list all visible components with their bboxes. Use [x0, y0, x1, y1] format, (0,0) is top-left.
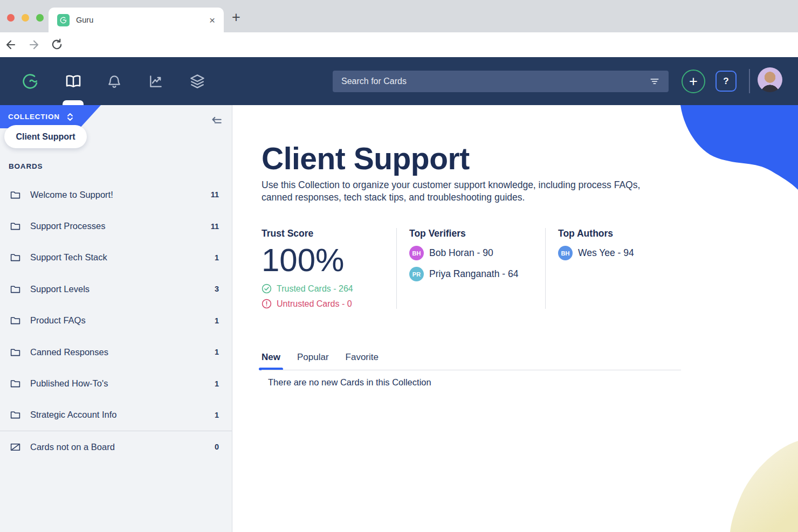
top-verifiers-heading: Top Verifiers	[409, 228, 545, 239]
tab-title: Guru	[76, 16, 203, 24]
board-item[interactable]: Strategic Account Info 1	[0, 399, 232, 431]
board-count: 0	[215, 443, 219, 451]
folder-icon	[10, 220, 21, 232]
card-list-tabs: New Popular Favorite	[262, 352, 379, 363]
back-icon[interactable]	[4, 38, 17, 51]
active-nav-indicator	[63, 100, 84, 105]
search-placeholder: Search for Cards	[341, 77, 644, 86]
board-label: Support Tech Stack	[30, 252, 205, 262]
zoom-window-button[interactable]	[36, 14, 44, 22]
folder-icon	[10, 347, 21, 358]
folder-icon	[10, 189, 21, 201]
verifier-row[interactable]: BH Bob Horan - 90	[409, 246, 545, 260]
trust-score-value: 100%	[262, 241, 396, 279]
verifier-row[interactable]: PR Priya Ranganath - 64	[409, 267, 545, 281]
reload-icon[interactable]	[51, 38, 64, 51]
search-input[interactable]: Search for Cards	[333, 71, 669, 92]
analytics-chart-icon[interactable]	[148, 73, 164, 89]
board-item[interactable]: Product FAQs 1	[0, 305, 232, 336]
board-label: Welcome to Support!	[30, 190, 202, 200]
folder-icon	[10, 284, 21, 295]
minimize-window-button[interactable]	[22, 14, 29, 22]
board-count: 1	[215, 348, 219, 356]
browser-tab[interactable]: Guru ×	[49, 8, 224, 32]
board-count: 1	[215, 253, 219, 262]
page-title: Client Support	[262, 141, 470, 176]
board-item[interactable]: Support Levels 3	[0, 273, 232, 305]
collection-stats: Trust Score 100% Trusted Cards - 264 Unt…	[262, 228, 675, 309]
board-label: Support Processes	[30, 221, 202, 231]
tab-popular[interactable]: Popular	[297, 352, 329, 363]
chevron-updown-icon	[66, 113, 74, 121]
board-label: Cards not on a Board	[30, 442, 205, 452]
board-count: 1	[215, 316, 219, 325]
collapse-sidebar-icon[interactable]	[209, 114, 223, 128]
board-item[interactable]: Canned Responses 1	[0, 336, 232, 368]
board-label: Published How-To's	[30, 378, 205, 389]
no-board-icon	[10, 441, 21, 453]
search-filter-icon[interactable]	[649, 76, 660, 87]
top-authors-heading: Top Authors	[558, 228, 675, 239]
author-avatar: BH	[558, 246, 573, 260]
forward-icon[interactable]	[27, 38, 40, 51]
board-label: Support Levels	[30, 284, 205, 294]
board-label: Strategic Account Info	[30, 410, 205, 420]
cards-not-on-board-item[interactable]: Cards not on a Board 0	[0, 431, 232, 462]
create-card-button[interactable]: +	[682, 70, 705, 93]
notifications-bell-icon[interactable]	[107, 73, 122, 89]
new-tab-button[interactable]: +	[232, 9, 240, 26]
board-item[interactable]: Support Processes 11	[0, 210, 232, 241]
verifier-label: Bob Horan - 90	[429, 247, 493, 259]
board-count: 3	[215, 285, 219, 293]
decorative-cream-blob	[723, 437, 798, 532]
close-window-button[interactable]	[7, 14, 15, 22]
guru-favicon-icon	[57, 14, 70, 26]
untrusted-cards-line[interactable]: Untrusted Cards - 0	[262, 299, 396, 309]
board-count: 1	[215, 411, 219, 419]
check-circle-icon	[262, 284, 272, 294]
author-label: Wes Yee - 94	[578, 247, 634, 259]
board-label: Product FAQs	[30, 315, 205, 326]
board-count: 11	[211, 222, 219, 231]
browser-window: Guru × + app.getguru.com/collections	[0, 0, 798, 532]
collections-layers-icon[interactable]	[189, 73, 206, 89]
alert-circle-icon	[262, 299, 272, 309]
folder-icon	[10, 378, 21, 389]
app-nav-bar: Search for Cards + ?	[0, 57, 798, 105]
top-authors-section: Top Authors BH Wes Yee - 94	[545, 228, 675, 309]
trust-score-section: Trust Score 100% Trusted Cards - 264 Unt…	[262, 228, 396, 309]
tab-new[interactable]: New	[262, 352, 280, 363]
folder-icon	[10, 315, 21, 326]
board-item[interactable]: Support Tech Stack 1	[0, 242, 232, 273]
user-avatar[interactable]	[758, 67, 782, 92]
board-label: Canned Responses	[30, 347, 205, 357]
board-item[interactable]: Published How-To's 1	[0, 368, 232, 399]
collection-main: Client Support Use this Collection to or…	[233, 105, 798, 532]
top-verifiers-section: Top Verifiers BH Bob Horan - 90 PR Priya…	[396, 228, 545, 309]
window-controls	[7, 14, 44, 22]
boards-section-label: BOARDS	[9, 162, 43, 170]
trusted-cards-label: Trusted Cards - 264	[277, 284, 353, 294]
untrusted-cards-label: Untrusted Cards - 0	[277, 299, 352, 309]
guru-logo-icon[interactable]	[20, 72, 40, 91]
page-description: Use this Collection to organize your cus…	[262, 179, 672, 204]
board-item[interactable]: Welcome to Support! 11	[0, 179, 232, 210]
knowledge-book-icon[interactable]	[65, 73, 82, 90]
tab-close-icon[interactable]: ×	[209, 15, 215, 25]
tab-favorite[interactable]: Favorite	[346, 352, 379, 363]
help-button[interactable]: ?	[716, 71, 737, 92]
collection-label: COLLECTION	[8, 113, 60, 121]
folder-icon	[10, 252, 21, 263]
folder-icon	[10, 409, 21, 420]
browser-toolbar: app.getguru.com/collections h	[0, 32, 798, 57]
verifier-avatar: PR	[409, 267, 424, 281]
board-count: 1	[215, 379, 219, 388]
verifier-label: Priya Ranganath - 64	[429, 268, 518, 280]
nav-divider	[749, 69, 750, 93]
author-row[interactable]: BH Wes Yee - 94	[558, 246, 675, 260]
collection-name-pill[interactable]: Client Support	[4, 125, 87, 148]
trust-score-heading: Trust Score	[262, 228, 396, 239]
collection-sidebar: COLLECTION Client Support BOARDS Welcome…	[0, 105, 232, 532]
board-count: 11	[211, 190, 219, 199]
trusted-cards-line[interactable]: Trusted Cards - 264	[262, 284, 396, 294]
